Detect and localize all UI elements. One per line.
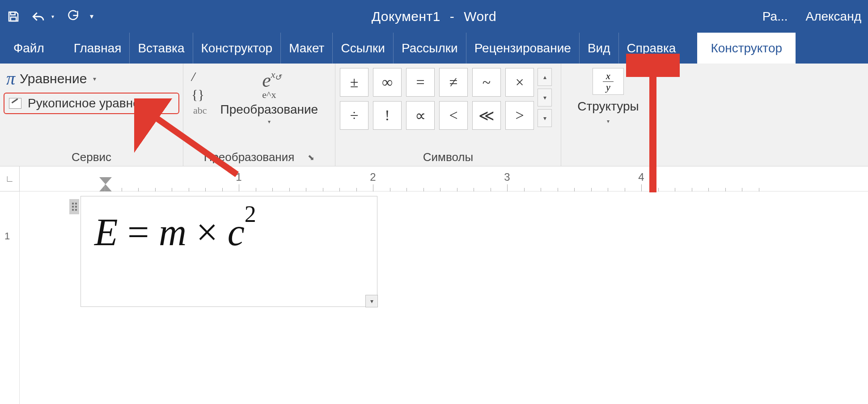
- group-conversions: / {} abc ex↺ e^x Преобразование ▾ Преобр…: [183, 64, 335, 166]
- group-tools: π Уравнение ▾ Рукописное уравнение Серви…: [0, 64, 183, 166]
- horizontal-ruler[interactable]: ∟ 1234: [0, 166, 868, 191]
- equation-button[interactable]: π Уравнение ▾: [4, 66, 179, 91]
- tab-label: Конструктор: [201, 41, 273, 55]
- ink-icon: [9, 98, 21, 109]
- scroll-down-icon[interactable]: ▾: [538, 89, 552, 106]
- equation-handle-icon[interactable]: [69, 199, 79, 214]
- structures-button[interactable]: xy Структуры ▾: [565, 66, 652, 124]
- symbol-proportional[interactable]: ∝: [406, 101, 435, 130]
- symbol-grid: ± ∞ = ≠ ~ × ÷ ! ∝ < ≪ >: [340, 68, 534, 130]
- gallery-expand-icon[interactable]: ▾: [538, 109, 552, 127]
- tab-help[interactable]: Справка: [619, 33, 684, 64]
- ruler-number: 3: [504, 171, 510, 183]
- dialog-launcher-icon[interactable]: ⬊: [308, 153, 314, 162]
- quick-access-toolbar: ▾ ▾: [7, 10, 93, 23]
- vertical-ruler[interactable]: 1: [0, 191, 20, 404]
- tab-label: Ссылки: [341, 41, 385, 55]
- convert-icon: ex↺ e^x: [262, 69, 276, 101]
- tab-view[interactable]: Вид: [580, 33, 619, 64]
- abc-icon[interactable]: abc: [191, 105, 207, 116]
- undo-icon[interactable]: [31, 10, 47, 23]
- indent-marker-bottom[interactable]: [99, 184, 112, 191]
- chevron-down-icon: ▾: [607, 118, 610, 124]
- qat-customize-icon[interactable]: ▾: [90, 12, 93, 21]
- eq-equals: =: [118, 211, 159, 254]
- tab-label: Конструктор: [711, 41, 782, 55]
- symbol-plus-minus[interactable]: ±: [340, 68, 368, 97]
- window-title: Документ1 - Word: [0, 9, 868, 24]
- symbol-less-than[interactable]: <: [439, 101, 468, 130]
- chevron-down-icon: ▾: [268, 119, 271, 125]
- eq-times: ×: [186, 211, 228, 254]
- ruler-number: 2: [370, 171, 376, 183]
- save-icon[interactable]: [7, 10, 20, 23]
- pi-icon: π: [6, 68, 15, 89]
- scroll-up-icon[interactable]: ▴: [538, 68, 552, 86]
- ribbon-tabs: Файл Главная Вставка Конструктор Макет С…: [0, 33, 868, 64]
- group-conversions-label: Преобразования: [204, 150, 295, 164]
- vruler-number: 1: [4, 230, 10, 242]
- tab-design[interactable]: Конструктор: [193, 33, 281, 64]
- ink-equation-button[interactable]: Рукописное уравнение: [4, 93, 179, 114]
- ruler-number: 4: [638, 171, 644, 183]
- group-symbols-label: Символы: [423, 150, 473, 164]
- symbol-equals[interactable]: =: [406, 68, 435, 97]
- symbol-scroll: ▴ ▾ ▾: [538, 68, 552, 127]
- redo-icon[interactable]: [65, 10, 79, 23]
- document-area: 1 E = m × c2 ▾: [0, 191, 868, 404]
- tab-insert[interactable]: Вставка: [130, 33, 193, 64]
- symbol-greater-than[interactable]: >: [505, 101, 534, 130]
- tab-equation-design[interactable]: Конструктор: [697, 33, 796, 64]
- ink-equation-label: Рукописное уравнение: [28, 96, 161, 111]
- group-structures: xy Структуры ▾: [561, 64, 655, 166]
- symbol-times[interactable]: ×: [505, 68, 534, 97]
- tab-label: Рецензирование: [474, 41, 571, 55]
- svg-rect-0: [11, 12, 15, 15]
- tool-tab-truncated: Ра...: [762, 9, 788, 24]
- convert-button[interactable]: ex↺ e^x Преобразование ▾: [220, 69, 318, 125]
- tab-label: Файл: [13, 41, 44, 55]
- group-tools-label: Сервис: [72, 150, 111, 164]
- ruler-number: 1: [236, 171, 241, 183]
- tab-label: Вид: [588, 41, 610, 55]
- indent-marker-top[interactable]: [99, 177, 112, 184]
- eq-var-c: c: [228, 211, 245, 254]
- equation-content[interactable]: E = m × c2: [94, 201, 256, 255]
- symbol-factorial[interactable]: !: [373, 101, 402, 130]
- structures-label: Структуры: [577, 99, 639, 114]
- tab-label: Макет: [289, 41, 324, 55]
- tab-file[interactable]: Файл: [0, 33, 52, 64]
- title-bar: ▾ ▾ Документ1 - Word Ра... Александ: [0, 0, 868, 33]
- chevron-down-icon: ▾: [93, 75, 96, 82]
- group-symbols: ± ∞ = ≠ ~ × ÷ ! ∝ < ≪ > ▴ ▾ ▾ Символы: [335, 64, 561, 166]
- curly-braces-icon[interactable]: {}: [191, 87, 207, 102]
- equation-format-options: / {} abc: [191, 69, 207, 116]
- tab-label: Вставка: [138, 41, 184, 55]
- tab-label: Рассылки: [402, 41, 458, 55]
- convert-label: Преобразование: [220, 102, 318, 117]
- document-name: Документ1: [372, 9, 440, 24]
- app-name: Word: [464, 9, 496, 24]
- tab-label: Справка: [627, 41, 676, 55]
- tab-mailings[interactable]: Рассылки: [394, 33, 466, 64]
- tab-home[interactable]: Главная: [66, 33, 130, 64]
- undo-dropdown-icon[interactable]: ▾: [51, 13, 54, 20]
- tab-references[interactable]: Ссылки: [333, 33, 394, 64]
- symbol-not-equal[interactable]: ≠: [439, 68, 468, 97]
- fraction-icon: xy: [593, 68, 624, 95]
- tab-review[interactable]: Рецензирование: [466, 33, 580, 64]
- symbol-much-less[interactable]: ≪: [472, 101, 501, 130]
- ruler-corner-icon[interactable]: ∟: [0, 166, 20, 191]
- symbol-divide[interactable]: ÷: [340, 101, 368, 130]
- symbol-tilde[interactable]: ~: [472, 68, 501, 97]
- equation-label: Уравнение: [20, 71, 87, 86]
- eq-exponent: 2: [245, 201, 256, 227]
- linear-icon[interactable]: /: [191, 69, 207, 84]
- user-name: Александ: [805, 9, 861, 24]
- symbol-infinity[interactable]: ∞: [373, 68, 402, 97]
- equation-box[interactable]: E = m × c2 ▾: [80, 196, 377, 307]
- equation-options-dropdown-icon[interactable]: ▾: [365, 295, 378, 307]
- eq-var-m: m: [159, 211, 186, 254]
- svg-rect-1: [11, 17, 17, 21]
- tab-layout[interactable]: Макет: [281, 33, 333, 64]
